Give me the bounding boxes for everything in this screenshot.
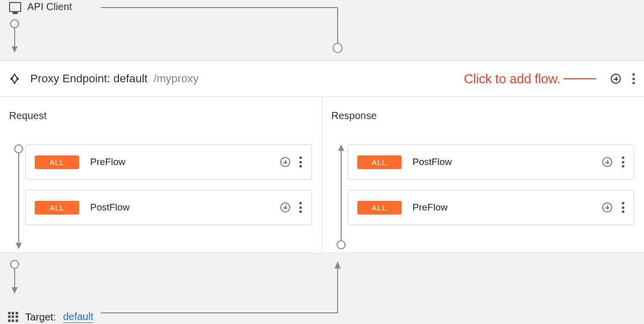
request-flow-arrow — [14, 144, 23, 250]
top-connector-lines — [0, 0, 644, 61]
flow-badge: ALL — [35, 155, 79, 169]
add-step-button[interactable] — [280, 202, 290, 212]
endpoint-menu-button[interactable] — [632, 73, 635, 84]
api-client-row: API Client — [0, 0, 644, 61]
flow-badge: ALL — [357, 201, 402, 214]
flow-menu-button[interactable] — [299, 202, 302, 213]
add-step-button[interactable] — [602, 202, 612, 212]
add-step-button[interactable] — [602, 157, 612, 167]
flow-name: PostFlow — [413, 156, 592, 168]
target-link[interactable]: default — [63, 311, 93, 323]
svg-point-9 — [15, 145, 23, 153]
bottom-connector-lines — [0, 253, 644, 324]
svg-point-0 — [11, 20, 19, 28]
target-icon — [8, 312, 18, 322]
endpoint-title: Proxy Endpoint: default — [30, 72, 148, 85]
request-title: Request — [9, 110, 312, 122]
add-flow-annotation: Click to add flow. — [464, 71, 597, 87]
svg-marker-17 — [12, 287, 18, 294]
request-column: Request ALL PreFlow ALL — [0, 97, 322, 253]
svg-point-5 — [333, 43, 342, 52]
api-client-label: API Client — [9, 1, 72, 13]
response-flow-arrow — [337, 144, 346, 250]
monitor-icon — [9, 2, 21, 12]
target-prefix: Target: — [25, 311, 56, 323]
flow-menu-button[interactable] — [621, 156, 624, 168]
flow-badge: ALL — [357, 155, 402, 169]
add-flow-button[interactable] — [611, 74, 621, 84]
flow-card-request-0[interactable]: ALL PreFlow — [25, 144, 312, 180]
svg-marker-11 — [16, 243, 22, 249]
flow-menu-button[interactable] — [621, 202, 624, 213]
response-title: Response — [332, 110, 634, 122]
svg-point-14 — [337, 241, 345, 249]
svg-marker-20 — [335, 261, 341, 268]
target-row: Target: default — [0, 253, 644, 324]
svg-marker-8 — [17, 77, 20, 80]
flow-card-response-0[interactable]: ALL PostFlow — [348, 144, 634, 180]
flows-panel: Request ALL PreFlow ALL — [0, 97, 644, 253]
response-column: Response ALL PostFlow ALL PreFlow — [322, 97, 645, 253]
proxy-endpoint-header: Proxy Endpoint: default /myproxy Click t… — [0, 61, 644, 97]
svg-marker-12 — [338, 144, 344, 151]
svg-marker-2 — [12, 46, 18, 52]
target-label: Target: default — [8, 311, 93, 323]
flow-card-response-1[interactable]: ALL PreFlow — [348, 190, 634, 225]
add-step-button[interactable] — [280, 157, 290, 167]
svg-point-15 — [11, 260, 19, 268]
flow-badge: ALL — [35, 201, 79, 214]
endpoint-path: /myproxy — [154, 72, 199, 85]
endpoint-icon — [9, 73, 20, 84]
flow-name: PreFlow — [90, 156, 269, 168]
svg-marker-6 — [12, 74, 18, 83]
flow-card-request-1[interactable]: ALL PostFlow — [25, 190, 312, 225]
flow-name: PreFlow — [413, 202, 592, 213]
api-client-text: API Client — [27, 1, 72, 13]
flow-name: PostFlow — [90, 202, 269, 213]
svg-marker-7 — [10, 77, 13, 80]
flow-menu-button[interactable] — [299, 156, 302, 168]
